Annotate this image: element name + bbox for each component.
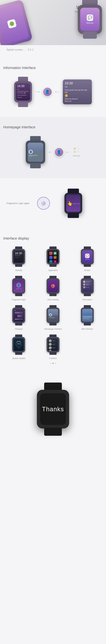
chat-message3: Hurry up!: [65, 100, 90, 102]
grid-application: 📞 💬 🎵 ⚙️ 📷 ❤️ Application: [38, 245, 69, 272]
standby-date: 2015.12.12: [15, 255, 22, 256]
system-watch-wrapper: 70.4 Loading: [12, 337, 25, 352]
dialogue-screen: Jan That's great! Send me pictures! Hurr…: [14, 309, 24, 322]
hero-section: 🟢 WeChat Watch • Mobile For Apple 💬 WeCh…: [0, 0, 106, 45]
standby-time: 16:30: [15, 252, 22, 255]
hp-band-bottom: [30, 163, 41, 168]
app-icon-6: ❤️: [54, 260, 57, 263]
info-msg3: Hurry up!: [17, 96, 29, 98]
refresh-dot-1: [74, 148, 76, 150]
mito-content: [82, 309, 92, 322]
fp-text: Quetico_m9: [73, 203, 80, 204]
mito-label: Mito Interface: [81, 328, 93, 330]
standby-label: Standby: [15, 269, 22, 272]
pagination-dots: [3, 363, 103, 364]
contacts-screen: Friend 1 Friend 2 Friend 3: [48, 338, 58, 351]
fp-band-top: [68, 188, 79, 194]
standby-watch: 16:30 2015.12.12 👟 2023: [12, 249, 25, 264]
hero-watch-screen: 💬 WeChat: [80, 8, 100, 31]
grid-fingerprint-login: 👤 Quetico_m9 Fingerprint login: [3, 275, 34, 301]
sys-band-bottom: [15, 352, 22, 355]
dot6: [59, 92, 60, 92]
application-watch: 📞 💬 🎵 ⚙️ 📷 ❤️: [46, 249, 60, 264]
app-icon-3: 🎵: [49, 256, 52, 259]
system-loading-label: Loading: [17, 348, 20, 348]
homepage-title: Homepage Interface: [3, 125, 103, 129]
dot2: [37, 92, 38, 92]
standby-steps: 👟 2023: [15, 257, 22, 258]
information-watch-wrapper: That's great! How was... 😊 Send me pictu…: [81, 278, 94, 294]
app-icon-5: 📷: [49, 260, 52, 263]
dialogue-bubble3: Hurry up!: [14, 318, 23, 320]
chat-panel: 16:30 Jan That's great! How was the road…: [63, 80, 92, 104]
information-title: Information Interface: [3, 66, 103, 70]
fp-login-watch-wrapper: 👤 Quetico_m9: [12, 278, 25, 294]
thanks-section: Thanks: [0, 372, 106, 446]
info-msg2: Send me pictures!: [17, 94, 29, 96]
hp-avatar: 👤: [29, 150, 33, 154]
info-watch-screen: 16:30 Jan That's great! How was the road…: [16, 83, 30, 100]
info-avatar: 👤: [42, 87, 52, 97]
application-content: 📞 💬 🎵 ⚙️ 📷 ❤️: [48, 250, 58, 263]
mito-watch: [81, 308, 94, 323]
hp-overlay: 👤 Amazing friend SHARE: [28, 151, 43, 158]
hp-watch-wrapper: 👤 Amazing friend SHARE: [26, 140, 45, 164]
screen-watch: 💬 WeChat: [81, 249, 94, 264]
connector-right: [56, 92, 60, 92]
hpi-band-bottom: [50, 322, 56, 326]
info-time: 16:30: [17, 84, 29, 88]
info-text1: That's great! How was...: [86, 281, 92, 283]
grid-information: That's great! How was... 😊 Send me pictu…: [72, 275, 103, 301]
dialogue-band-bottom: [15, 322, 22, 326]
dot4: [56, 92, 56, 92]
fp-login-band-bottom: [15, 293, 22, 296]
info-name: Jan: [17, 88, 29, 90]
info-row1: That's great! How was...: [83, 281, 92, 283]
info-watch-band-bottom: [18, 102, 28, 107]
refresh-dot-4: [77, 151, 80, 153]
contact-avatar-4: [49, 350, 52, 351]
contact-name3: Friend 3: [52, 348, 55, 348]
dialogue-watch-wrapper: Jan That's great! Send me pictures! Hurr…: [12, 308, 25, 323]
system-content: 70.4 Loading: [14, 338, 24, 351]
contact-name2: Friend 2: [52, 344, 55, 345]
thanks-text: Thanks: [42, 406, 64, 413]
dot3: [38, 92, 39, 92]
information-section: Information Interface 16:30 Jan That's g…: [0, 58, 106, 117]
system-update-label: System Update: [12, 357, 25, 360]
chat-time: 16:30: [65, 82, 90, 85]
phone-mockup: 🟢: [0, 0, 33, 45]
refresh-dot-2: [77, 148, 80, 150]
screen-band-bottom: [84, 264, 91, 267]
fp-login-screen: 👤 Quetico_m9: [14, 280, 24, 292]
grid-standby: 16:30 2015.12.12 👟 2023 Standby: [3, 245, 34, 272]
hpi-avatar: 👤: [49, 314, 52, 316]
mito-screen: [82, 309, 92, 322]
info-avatar-sm2: [83, 284, 86, 286]
homepage-interface-watch-wrapper: 👤 Amazing friend: [46, 308, 60, 323]
standby-watch-wrapper: 16:30 2015.12.12 👟 2023: [12, 249, 25, 264]
screen-label: Screen: [84, 269, 90, 272]
application-label: Application: [48, 269, 58, 272]
contacts-watch: Friend 1 Friend 2 Friend 3: [46, 337, 60, 352]
chat-message2: Send me pictures!: [65, 98, 90, 100]
system-screen: 70.4 Loading: [14, 338, 24, 351]
refresh-row2: [74, 151, 80, 153]
thanks-watch: Thanks: [37, 390, 69, 428]
system-watch: 70.4 Loading: [12, 337, 25, 352]
contact-row3: Friend 3: [49, 346, 57, 349]
dot10: [66, 152, 67, 153]
fp-login-content: 👤 Quetico_m9: [14, 280, 24, 292]
hero-watch: 💬 WeChat: [76, 2, 104, 37]
application-watch-wrapper: 📞 💬 🎵 ⚙️ 📷 ❤️: [46, 249, 60, 264]
wechat-splash: 💬 WeChat: [82, 250, 92, 263]
refresh-label: Refresh: [73, 154, 80, 157]
contact-avatar-3: [49, 346, 52, 349]
contacts-content: Friend 1 Friend 2 Friend 3: [48, 338, 58, 351]
info-text2: 😊 Send me pictures!: [86, 284, 92, 286]
hero-watch-body: 💬 WeChat: [78, 5, 102, 34]
homepage-interface-watch: 👤 Amazing friend: [46, 308, 60, 323]
fp-icon: 👆: [67, 201, 73, 206]
voice-watch-wrapper: 🎤: [46, 278, 60, 294]
app-icon-4: ⚙️: [54, 256, 57, 259]
